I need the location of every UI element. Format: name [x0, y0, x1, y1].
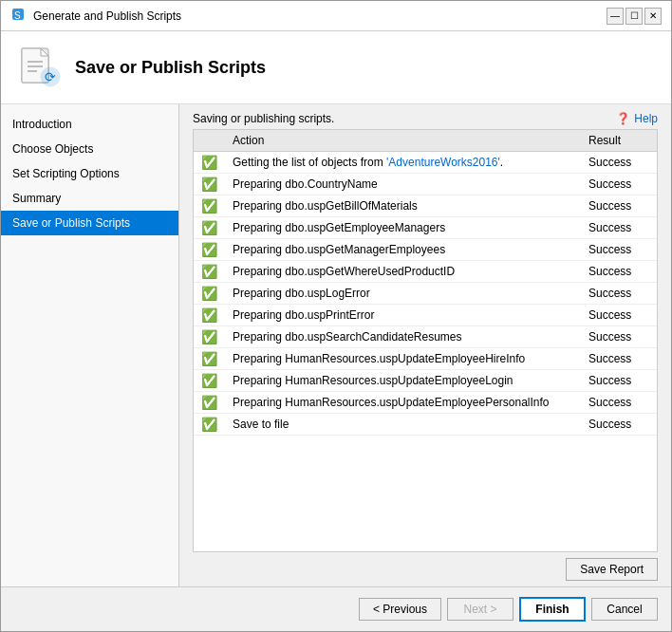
- row-result: Success: [581, 326, 657, 348]
- row-action: Preparing dbo.uspGetManagerEmployees: [225, 239, 581, 261]
- table-row: ✅Save to fileSuccess: [194, 414, 657, 436]
- close-button[interactable]: ✕: [644, 8, 662, 25]
- table-row: ✅Preparing HumanResources.uspUpdateEmplo…: [194, 370, 657, 392]
- save-report-row: Save Report: [179, 552, 671, 586]
- row-action: Preparing dbo.uspSearchCandidateResumes: [225, 326, 581, 348]
- success-icon: ✅: [201, 177, 217, 192]
- help-icon: ❓: [616, 112, 630, 125]
- header-icon: ⟳: [16, 45, 62, 90]
- row-icon: ✅: [194, 326, 225, 348]
- col-action-header: Action: [225, 130, 581, 152]
- table-row: ✅Preparing dbo.uspGetEmployeeManagersSuc…: [194, 217, 657, 239]
- sidebar-item-set-scripting-options[interactable]: Set Scripting Options: [1, 161, 178, 186]
- row-action: Preparing HumanResources.uspUpdateEmploy…: [225, 392, 581, 414]
- row-icon: ✅: [194, 283, 225, 305]
- row-action: Preparing dbo.CountryName: [225, 174, 581, 195]
- row-icon: ✅: [194, 239, 225, 261]
- cancel-button[interactable]: Cancel: [591, 598, 658, 621]
- row-icon: ✅: [194, 348, 225, 370]
- window-title: Generate and Publish Scripts: [33, 9, 181, 23]
- row-icon: ✅: [194, 370, 225, 392]
- row-action: Preparing HumanResources.uspUpdateEmploy…: [225, 348, 581, 370]
- row-result: Success: [581, 392, 657, 414]
- sidebar-item-save-or-publish[interactable]: Save or Publish Scripts: [1, 211, 178, 235]
- row-icon: ✅: [194, 305, 225, 326]
- col-result-header: Result: [581, 130, 657, 152]
- table-row: ✅Preparing dbo.uspGetManagerEmployeesSuc…: [194, 239, 657, 261]
- success-icon: ✅: [201, 264, 217, 279]
- row-action: Save to file: [225, 414, 581, 436]
- row-result: Success: [581, 217, 657, 239]
- success-icon: ✅: [201, 220, 217, 235]
- main-window: S Generate and Publish Scripts — ☐ ✕ ⟳ S…: [0, 0, 672, 632]
- success-icon: ✅: [201, 242, 217, 257]
- success-icon: ✅: [201, 286, 217, 301]
- success-icon: ✅: [201, 395, 217, 410]
- success-icon: ✅: [201, 198, 217, 214]
- sidebar-item-introduction[interactable]: Introduction: [1, 112, 178, 137]
- row-action: Preparing dbo.uspGetWhereUsedProductID: [225, 261, 581, 283]
- success-icon: ✅: [201, 307, 217, 323]
- row-action: Preparing dbo.uspPrintError: [225, 305, 581, 326]
- table-row: ✅Preparing dbo.uspSearchCandidateResumes…: [194, 326, 657, 348]
- sidebar-item-choose-objects[interactable]: Choose Objects: [1, 137, 178, 161]
- success-icon: ✅: [201, 417, 217, 432]
- main-body: Introduction Choose Objects Set Scriptin…: [1, 104, 671, 586]
- row-icon: ✅: [194, 261, 225, 283]
- title-bar: S Generate and Publish Scripts — ☐ ✕: [1, 1, 671, 31]
- table-row: ✅Preparing dbo.uspGetWhereUsedProductIDS…: [194, 261, 657, 283]
- content-header: Saving or publishing scripts. ❓ Help: [179, 104, 671, 129]
- sidebar: Introduction Choose Objects Set Scriptin…: [1, 104, 179, 586]
- header-title: Save or Publish Scripts: [75, 58, 266, 78]
- footer: < Previous Next > Finish Cancel: [1, 586, 671, 631]
- row-result: Success: [581, 414, 657, 436]
- row-action: Preparing dbo.uspGetEmployeeManagers: [225, 217, 581, 239]
- results-table-wrapper: Action Result ✅Getting the list of objec…: [193, 129, 658, 552]
- results-table: Action Result ✅Getting the list of objec…: [194, 130, 657, 436]
- row-result: Success: [581, 348, 657, 370]
- row-icon: ✅: [194, 217, 225, 239]
- row-result: Success: [581, 305, 657, 326]
- row-result: Success: [581, 152, 657, 174]
- table-row: ✅Preparing dbo.CountryNameSuccess: [194, 174, 657, 195]
- success-icon: ✅: [201, 329, 217, 344]
- window-icon: S: [10, 7, 26, 25]
- table-row: ✅Preparing HumanResources.uspUpdateEmplo…: [194, 348, 657, 370]
- row-action: Preparing dbo.uspLogError: [225, 283, 581, 305]
- row-icon: ✅: [194, 174, 225, 195]
- row-action: Preparing dbo.uspGetBillOfMaterials: [225, 195, 581, 217]
- row-result: Success: [581, 283, 657, 305]
- row-action: Getting the list of objects from 'Advent…: [225, 152, 581, 174]
- success-icon: ✅: [201, 373, 217, 388]
- table-row: ✅Preparing dbo.uspGetBillOfMaterialsSucc…: [194, 195, 657, 217]
- finish-button[interactable]: Finish: [519, 597, 586, 622]
- row-result: Success: [581, 370, 657, 392]
- next-button[interactable]: Next >: [447, 598, 513, 621]
- svg-text:S: S: [14, 10, 21, 21]
- success-icon: ✅: [201, 155, 217, 170]
- content-area: Saving or publishing scripts. ❓ Help Act…: [179, 104, 671, 586]
- maximize-button[interactable]: ☐: [625, 8, 643, 25]
- header-section: ⟳ Save or Publish Scripts: [1, 31, 671, 104]
- table-row: ✅Preparing dbo.uspLogErrorSuccess: [194, 283, 657, 305]
- content-subtitle: Saving or publishing scripts.: [193, 112, 334, 125]
- minimize-button[interactable]: —: [607, 8, 624, 25]
- row-result: Success: [581, 195, 657, 217]
- row-icon: ✅: [194, 414, 225, 436]
- save-report-button[interactable]: Save Report: [566, 558, 658, 581]
- row-icon: ✅: [194, 392, 225, 414]
- svg-text:⟳: ⟳: [45, 69, 56, 84]
- previous-button[interactable]: < Previous: [359, 598, 441, 621]
- table-row: ✅Getting the list of objects from 'Adven…: [194, 152, 657, 174]
- success-icon: ✅: [201, 351, 217, 366]
- table-row: ✅Preparing HumanResources.uspUpdateEmplo…: [194, 392, 657, 414]
- window-controls: — ☐ ✕: [607, 8, 662, 25]
- row-icon: ✅: [194, 195, 225, 217]
- row-result: Success: [581, 174, 657, 195]
- help-label: Help: [634, 112, 658, 125]
- help-link[interactable]: ❓ Help: [616, 112, 658, 125]
- sidebar-item-summary[interactable]: Summary: [1, 186, 178, 211]
- table-row: ✅Preparing dbo.uspPrintErrorSuccess: [194, 305, 657, 326]
- row-result: Success: [581, 261, 657, 283]
- row-icon: ✅: [194, 152, 225, 174]
